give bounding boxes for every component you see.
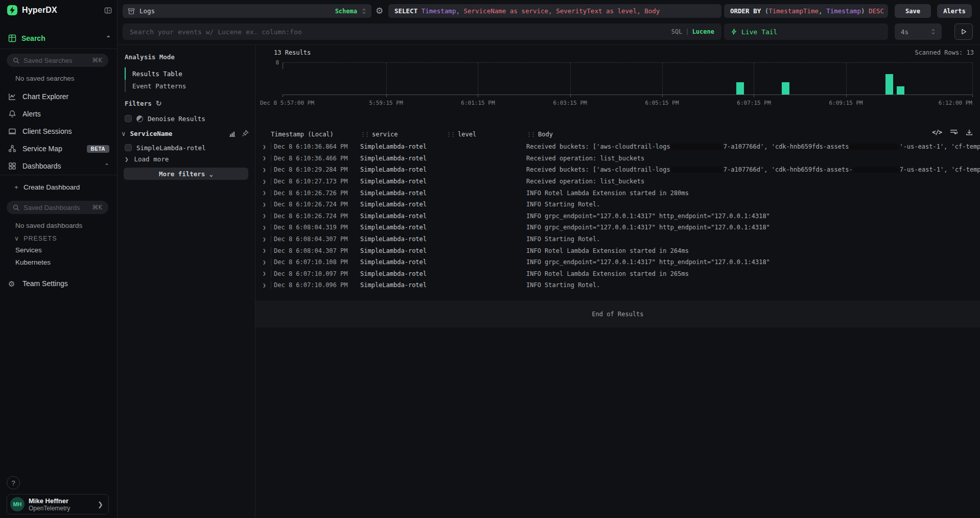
log-row[interactable]: ❯Dec 8 6:07:10.096 PMSimpleLambda-rotelI… (255, 279, 980, 291)
drag-handle-icon[interactable]: ⋮⋮ (446, 131, 454, 138)
row-expander-icon[interactable]: ❯ (255, 236, 271, 243)
toolbar: Logs Schema ⚙ SELECT Timestamp, ServiceN… (118, 0, 980, 45)
row-expander-icon[interactable]: ❯ (255, 167, 271, 173)
results-histogram[interactable]: Dec 8 5:57:00 PM5:59:15 PM6:01:15 PM6:03… (283, 62, 972, 95)
preset-kubernetes[interactable]: Kubernetes (15, 258, 51, 266)
log-row[interactable]: ❯Dec 8 6:08:04.319 PMSimpleLambda-rotelI… (255, 222, 980, 233)
x-axis-label: Dec 8 5:57:00 PM (260, 100, 314, 106)
play-button[interactable] (954, 23, 973, 40)
row-expander-icon[interactable]: ❯ (255, 155, 271, 161)
row-expander-icon[interactable]: ❯ (255, 144, 271, 150)
log-row[interactable]: ❯Dec 8 6:08:04.307 PMSimpleLambda-rotelI… (255, 245, 980, 256)
sidebar-collapse-icon[interactable] (104, 7, 112, 14)
select-query-input[interactable]: SELECT Timestamp, ServiceName as service… (388, 4, 721, 18)
sidebar-item-team-settings[interactable]: ⚙ Team Settings (0, 276, 118, 291)
chevron-up-icon[interactable]: ⌃ (104, 162, 109, 170)
log-row[interactable]: ❯Dec 8 6:10:26.726 PMSimpleLambda-rotelI… (255, 187, 980, 199)
histogram-bar[interactable] (736, 82, 744, 95)
histogram-bar[interactable] (897, 86, 904, 95)
mode-event-patterns[interactable]: Event Patterns (125, 80, 186, 92)
create-dashboard-button[interactable]: + Create Dashboard (0, 179, 118, 195)
sidebar-item-client-sessions[interactable]: Client Sessions (0, 124, 118, 139)
sidebar-item-search[interactable]: Search ⌃ (8, 33, 111, 44)
format-columns-icon[interactable] (950, 129, 958, 136)
source-label: Logs (139, 7, 155, 15)
redacted-text (671, 144, 722, 150)
refresh-icon[interactable]: ↻ (156, 99, 162, 107)
row-expander-icon[interactable]: ❯ (255, 201, 271, 208)
cell-timestamp: Dec 8 6:10:36.466 PM (271, 155, 360, 162)
user-name: Mike Heffner (29, 497, 70, 505)
log-row[interactable]: ❯Dec 8 6:10:26.724 PMSimpleLambda-rotelI… (255, 210, 980, 222)
load-more-toggle[interactable]: ❯ Load more (125, 154, 249, 164)
row-expander-icon[interactable]: ❯ (255, 282, 271, 289)
row-expander-icon[interactable]: ❯ (255, 259, 271, 266)
chevron-up-icon[interactable]: ⌃ (106, 35, 111, 42)
more-filters-button[interactable]: More filters ⌄ (124, 168, 248, 180)
schema-link[interactable]: Schema (335, 8, 357, 15)
col-level[interactable]: ⋮⋮level (446, 131, 526, 138)
row-expander-icon[interactable]: ❯ (255, 247, 271, 254)
refresh-interval-select[interactable]: 4s (895, 23, 942, 40)
live-tail-button[interactable]: Live Tail (724, 23, 888, 40)
row-expander-icon[interactable]: ❯ (255, 178, 271, 185)
sql-mode-toggle[interactable]: SQL (671, 28, 683, 35)
source-select[interactable]: Logs Schema (123, 4, 371, 18)
col-service[interactable]: ⋮⋮service (360, 131, 446, 138)
denoise-results-option[interactable]: Denoise Results (125, 113, 249, 124)
x-axis-tick (662, 95, 663, 97)
mode-results-table[interactable]: Results Table (125, 67, 186, 80)
sidebar-item-service-map[interactable]: Service Map BETA (0, 141, 118, 156)
cell-service: SimpleLambda-rotel (360, 236, 446, 243)
table-controls: </> (932, 129, 973, 136)
row-expander-icon[interactable]: ❯ (255, 224, 271, 231)
order-by-input[interactable]: ORDER BY (TimestampTime, Timestamp) DESC (724, 4, 888, 18)
histogram-bar[interactable] (885, 74, 893, 95)
database-icon (128, 8, 135, 15)
facet-value-simplelambda-rotel[interactable]: SimpleLambda-rotel (125, 143, 249, 153)
pin-icon[interactable] (242, 130, 249, 137)
sidebar-item-dashboards[interactable]: Dashboards ⌃ (0, 158, 118, 174)
x-axis-tick (972, 95, 973, 97)
save-button[interactable]: Save (895, 4, 931, 18)
code-view-icon[interactable]: </> (932, 129, 942, 136)
log-row[interactable]: ❯Dec 8 6:10:36.466 PMSimpleLambda-rotelR… (255, 153, 980, 164)
log-row[interactable]: ❯Dec 8 6:10:26.724 PMSimpleLambda-rotelI… (255, 199, 980, 210)
denoise-checkbox[interactable] (125, 115, 132, 122)
preset-services[interactable]: Services (15, 246, 42, 254)
facet-group-servicename[interactable]: ∨ ServiceName (122, 128, 249, 138)
log-row[interactable]: ❯Dec 8 6:10:29.284 PMSimpleLambda-rotelR… (255, 164, 980, 176)
log-row[interactable]: ❯Dec 8 6:10:27.173 PMSimpleLambda-rotelR… (255, 176, 980, 187)
hyperdx-app: HyperDX Search ⌃ Saved Searches ⌘K No sa… (0, 0, 980, 518)
sidebar-item-alerts[interactable]: Alerts (0, 106, 118, 122)
row-expander-icon[interactable]: ❯ (255, 190, 271, 196)
row-expander-icon[interactable]: ❯ (255, 270, 271, 277)
sidebar-item-chart-explorer[interactable]: Chart Explorer (0, 89, 118, 104)
user-menu[interactable]: MH Mike Heffner OpenTelemetry ❯ (7, 494, 109, 514)
log-row[interactable]: ❯Dec 8 6:10:36.864 PMSimpleLambda-rotelR… (255, 141, 980, 153)
x-axis-label: 6:05:15 PM (645, 100, 679, 106)
drag-handle-icon[interactable]: ⋮⋮ (526, 131, 534, 138)
facet-chart-icon[interactable] (229, 130, 236, 137)
saved-searches-input[interactable]: Saved Searches ⌘K (7, 54, 108, 67)
presets-toggle[interactable]: ∨ PRESETS (14, 234, 57, 242)
drag-handle-icon[interactable]: ⋮⋮ (360, 131, 368, 138)
source-settings-gear-icon[interactable]: ⚙ (376, 6, 383, 16)
cell-body: INFO grpc_endpoint="127.0.0.1:4317" http… (526, 213, 980, 220)
saved-dashboards-input[interactable]: Saved Dashboards ⌘K (7, 201, 108, 214)
download-icon[interactable] (966, 129, 973, 136)
search-input[interactable]: Search your events w/ Lucene ex. column:… (123, 23, 721, 40)
col-body[interactable]: ⋮⋮Body (526, 131, 919, 138)
col-timestamp[interactable]: Timestamp (Local) (271, 131, 360, 138)
lucene-mode-toggle[interactable]: Lucene (692, 28, 714, 35)
facet-checkbox[interactable] (125, 144, 132, 151)
cell-service: SimpleLambda-rotel (360, 258, 446, 266)
log-row[interactable]: ❯Dec 8 6:07:10.108 PMSimpleLambda-rotelI… (255, 256, 980, 268)
help-button[interactable]: ? (7, 476, 20, 489)
alerts-button[interactable]: Alerts (937, 4, 972, 18)
row-expander-icon[interactable]: ❯ (255, 213, 271, 219)
cell-service: SimpleLambda-rotel (360, 201, 446, 208)
log-row[interactable]: ❯Dec 8 6:08:04.307 PMSimpleLambda-rotelI… (255, 233, 980, 245)
log-row[interactable]: ❯Dec 8 6:07:10.097 PMSimpleLambda-rotelI… (255, 268, 980, 280)
histogram-bar[interactable] (782, 82, 789, 95)
